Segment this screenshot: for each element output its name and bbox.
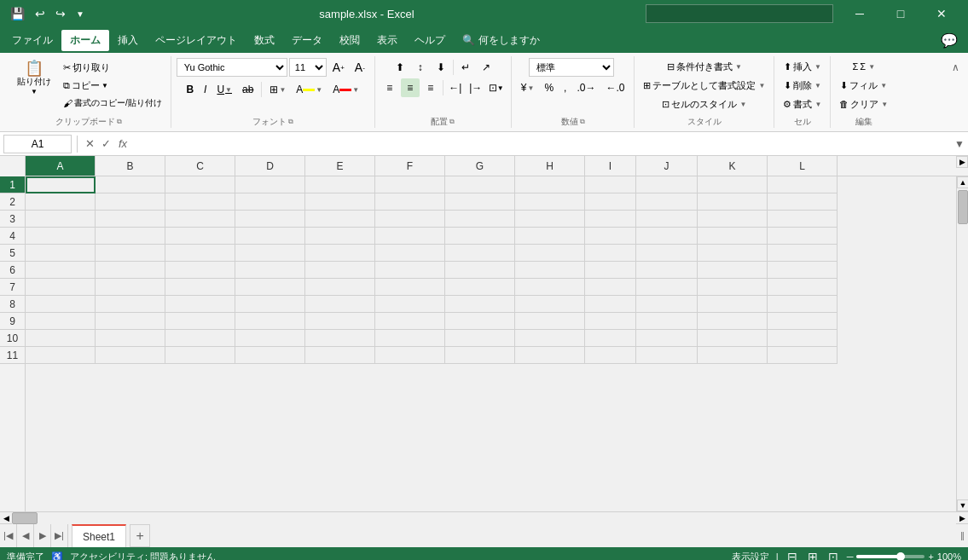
cell-J4[interactable]	[636, 228, 698, 245]
cell-J5[interactable]	[636, 245, 698, 262]
cell-I10[interactable]	[585, 330, 636, 347]
cell-C1[interactable]	[165, 176, 235, 193]
text-wrap-button[interactable]: ↵	[456, 58, 475, 77]
font-name-select[interactable]: Yu Gothic	[177, 58, 287, 77]
sheet-tab-sheet1[interactable]: Sheet1	[72, 524, 126, 547]
cell-H11[interactable]	[515, 347, 585, 364]
add-sheet-button[interactable]: +	[130, 524, 150, 547]
cell-A9[interactable]	[26, 313, 96, 330]
editing-label[interactable]: 編集	[836, 114, 891, 128]
normal-view-button[interactable]: ⊟	[785, 550, 799, 560]
cell-L6[interactable]	[768, 262, 838, 279]
cell-H8[interactable]	[515, 296, 585, 313]
cell-F2[interactable]	[375, 193, 445, 211]
cell-J2[interactable]	[636, 193, 698, 211]
page-break-view-button[interactable]: ⊡	[826, 550, 840, 560]
cell-L3[interactable]	[768, 211, 838, 228]
cell-A4[interactable]	[26, 228, 96, 245]
decrease-decimal-button[interactable]: ←.0	[601, 78, 629, 97]
cell-D6[interactable]	[235, 262, 305, 279]
cell-I5[interactable]	[585, 245, 636, 262]
scroll-left-button[interactable]: ◀	[0, 512, 12, 524]
cell-I11[interactable]	[585, 347, 636, 364]
cell-B5[interactable]	[96, 245, 165, 262]
row-header-7[interactable]: 7	[0, 279, 25, 296]
cell-D5[interactable]	[235, 245, 305, 262]
cell-E6[interactable]	[305, 262, 375, 279]
fill-button[interactable]: ⬇フィル▼	[837, 77, 890, 94]
cell-B11[interactable]	[96, 347, 165, 364]
sheet-nav-first[interactable]: |◀	[0, 524, 17, 547]
col-header-A[interactable]: A	[26, 156, 96, 176]
cell-G2[interactable]	[445, 193, 515, 211]
cell-H5[interactable]	[515, 245, 585, 262]
cell-C10[interactable]	[165, 330, 235, 347]
clipboard-label[interactable]: クリップボード ⧉	[12, 114, 165, 128]
cell-G9[interactable]	[445, 313, 515, 330]
name-box[interactable]	[3, 135, 72, 153]
col-header-I[interactable]: I	[585, 156, 636, 176]
cell-F10[interactable]	[375, 330, 445, 347]
cell-C3[interactable]	[165, 211, 235, 228]
cell-A3[interactable]	[26, 211, 96, 228]
cell-F11[interactable]	[375, 347, 445, 364]
cell-F7[interactable]	[375, 279, 445, 296]
decrease-indent-button[interactable]: ←|	[446, 78, 465, 97]
cell-B10[interactable]	[96, 330, 165, 347]
cell-H9[interactable]	[515, 313, 585, 330]
alignment-label[interactable]: 配置 ⧉	[380, 114, 506, 128]
cell-H6[interactable]	[515, 262, 585, 279]
cancel-formula-button[interactable]: ✕	[83, 136, 97, 151]
redo-icon[interactable]: ↪	[52, 5, 69, 22]
cell-G6[interactable]	[445, 262, 515, 279]
menu-file[interactable]: ファイル	[3, 30, 61, 51]
number-label[interactable]: 数値 ⧉	[517, 114, 629, 128]
menu-formulas[interactable]: 数式	[246, 30, 283, 51]
copy-button[interactable]: ⧉コピー ▼	[60, 77, 165, 94]
cell-E2[interactable]	[305, 193, 375, 211]
cell-I3[interactable]	[585, 211, 636, 228]
close-button[interactable]: ✕	[922, 0, 961, 27]
cell-I7[interactable]	[585, 279, 636, 296]
menu-insert[interactable]: 挿入	[109, 30, 147, 51]
cell-B3[interactable]	[96, 211, 165, 228]
cell-K4[interactable]	[698, 228, 768, 245]
align-bottom-button[interactable]: ⬇	[432, 58, 450, 77]
cell-F6[interactable]	[375, 262, 445, 279]
cell-L9[interactable]	[768, 313, 838, 330]
menu-data[interactable]: データ	[283, 30, 331, 51]
fill-color-button[interactable]: A ▼	[292, 80, 327, 99]
cell-D1[interactable]	[235, 176, 305, 193]
cell-I9[interactable]	[585, 313, 636, 330]
save-icon[interactable]: 💾	[7, 5, 28, 22]
cell-styles-button[interactable]: ⊡セルのスタイル▼	[658, 95, 750, 113]
format-paint-button[interactable]: 🖌書式のコピー/貼り付け	[60, 95, 165, 112]
row-header-10[interactable]: 10	[0, 330, 25, 347]
h-scroll-thumb[interactable]	[12, 512, 38, 524]
col-header-F[interactable]: F	[375, 156, 445, 176]
vertical-scrollbar[interactable]: ▲ ▼	[956, 176, 968, 511]
cell-I8[interactable]	[585, 296, 636, 313]
font-size-down-button[interactable]: A-	[351, 58, 369, 77]
thousands-button[interactable]: ,	[559, 78, 571, 97]
cell-E7[interactable]	[305, 279, 375, 296]
cell-K2[interactable]	[698, 193, 768, 211]
text-rotate-button[interactable]: ↗	[477, 58, 496, 77]
cell-J6[interactable]	[636, 262, 698, 279]
cell-L11[interactable]	[768, 347, 838, 364]
formula-expand-button[interactable]: ▼	[954, 138, 965, 150]
cell-B7[interactable]	[96, 279, 165, 296]
cell-L10[interactable]	[768, 330, 838, 347]
cell-B2[interactable]	[96, 193, 165, 211]
clear-button[interactable]: 🗑クリア▼	[836, 95, 891, 113]
row-header-6[interactable]: 6	[0, 262, 25, 279]
chat-icon[interactable]: 💬	[934, 29, 965, 52]
cells-label[interactable]: セル	[780, 114, 825, 128]
sheet-nav-last[interactable]: ▶|	[51, 524, 68, 547]
cell-J10[interactable]	[636, 330, 698, 347]
row-header-3[interactable]: 3	[0, 211, 25, 228]
bold-button[interactable]: B	[182, 80, 198, 99]
scroll-right-button[interactable]: ▶	[956, 512, 968, 524]
styles-label[interactable]: スタイル	[640, 114, 768, 128]
cell-C2[interactable]	[165, 193, 235, 211]
